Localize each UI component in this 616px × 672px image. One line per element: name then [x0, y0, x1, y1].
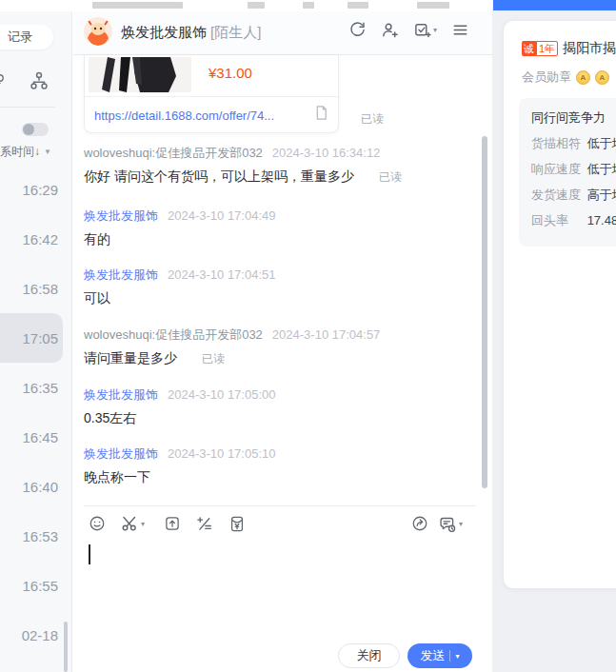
chat-scrollbar[interactable] [482, 136, 487, 488]
screenshot-scissors-icon[interactable]: ▾ [120, 515, 145, 532]
stat-row: 回头率 17.48% [531, 212, 616, 229]
clipped-tab-text [248, 2, 265, 9]
product-price: ¥31.00 [209, 65, 252, 81]
sort-by-contact-time[interactable]: 系时间↓ ▼ [0, 144, 51, 160]
competitiveness-card: 同行间竞争力 货描相符 低于均 响应速度 低于均 发货速度 高于均 回头率 17… [519, 98, 616, 247]
stat-value: 低于均 [587, 136, 616, 150]
emoji-icon[interactable] [89, 515, 106, 532]
sender-name: 焕发批发服饰 [84, 446, 158, 461]
message-time: 2024-3-10 17:05:10 [168, 446, 275, 461]
message-input[interactable] [84, 541, 476, 628]
chat-panel: 焕发批发服饰[陌生人] ▾ [73, 0, 492, 672]
search-text: 记录 [8, 29, 32, 46]
contacts-icon[interactable] [0, 71, 8, 92]
add-contact-icon[interactable] [381, 21, 399, 39]
conversation-item[interactable]: 16:53 [0, 511, 63, 561]
chat-title: 焕发批发服饰[陌生人] [121, 24, 261, 42]
red-envelope-icon[interactable] [229, 515, 246, 533]
read-receipt: 已读 [379, 170, 402, 184]
message-time: 2024-3-10 17:04:51 [168, 267, 275, 282]
message-time: 2024-3-10 17:04:57 [272, 327, 380, 342]
conversation-time: 16:53 [22, 528, 58, 544]
seller-info-panel: 诚 1年 揭阳市揭 会员勋章 A A 同行间竞争力 货描相符 低于均 响应速度 … [492, 0, 616, 672]
stat-label: 发货速度 [531, 187, 583, 204]
conversation-item[interactable]: 16:55 [0, 561, 63, 610]
copy-link-icon[interactable] [314, 105, 328, 121]
create-task-icon[interactable]: ▾ [413, 21, 437, 39]
org-structure-icon[interactable] [29, 70, 50, 91]
menu-icon[interactable] [451, 21, 469, 39]
conversation-item[interactable]: 02-18 [0, 610, 63, 660]
chat-message: woloveshuqi:促佳搜品开发部0322024-3-10 17:04:57… [84, 327, 484, 368]
read-receipt: 已读 [202, 352, 225, 366]
sort-label: 系时间↓ [0, 144, 40, 160]
conversation-item[interactable]: 16:58 [0, 264, 63, 313]
competitiveness-title: 同行间竞争力 [531, 109, 606, 127]
message-text: 你好 请问这个有货吗，可以上架吗，重量多少 [84, 168, 354, 184]
chat-history-icon[interactable]: ▾ [438, 515, 463, 533]
conversation-item[interactable]: 16:45 [0, 412, 63, 462]
chat-message: 焕发批发服饰2024-3-10 17:05:10 晚点称一下 [84, 446, 484, 486]
close-button[interactable]: 关闭 [338, 643, 400, 668]
stat-value: 高于均 [587, 188, 616, 202]
contact-name: 焕发批发服饰 [121, 24, 207, 40]
text-cursor [89, 544, 90, 564]
message-text: 有的 [84, 231, 110, 247]
conversation-list-panel: 记录 系时间↓ ▼ 16:29 16:42 16:58 17:05 [0, 0, 72, 672]
conversation-item[interactable]: 16:42 [0, 214, 63, 264]
chat-message: 焕发批发服饰2024-3-10 17:04:49 有的 [84, 208, 484, 248]
share-forward-icon[interactable] [411, 515, 428, 532]
product-card[interactable]: ¥31.00 https://detail.1688.com/offer/74.… [84, 55, 339, 133]
conversation-time: 16:29 [22, 182, 58, 198]
send-label: 发送 [420, 647, 445, 664]
conversation-item[interactable]: 16:35 [0, 363, 63, 412]
avatar[interactable] [84, 17, 112, 46]
message-text: 晚点称一下 [84, 469, 150, 484]
stat-row: 货描相符 低于均 [531, 135, 616, 152]
product-image [89, 57, 191, 92]
divider [85, 96, 338, 97]
chengxintong-badge: 诚 [522, 41, 536, 56]
caret-down-icon: ▾ [459, 520, 463, 528]
conversation-time: 16:58 [22, 281, 58, 297]
message-time: 2024-3-10 16:34:12 [272, 146, 380, 160]
filter-toggle[interactable] [22, 123, 49, 136]
search-input[interactable]: 记录 [0, 25, 53, 49]
divider [84, 505, 476, 506]
refresh-icon[interactable] [348, 21, 367, 39]
conversation-time: 16:55 [22, 578, 58, 594]
top-strip [0, 0, 72, 11]
message-text: 0.35左右 [84, 410, 136, 425]
product-link[interactable]: https://detail.1688.com/offer/74... [94, 109, 304, 123]
stat-value: 17.48% [587, 213, 616, 227]
list-scrollbar[interactable] [64, 622, 68, 672]
quick-phrases-icon[interactable] [195, 515, 213, 532]
stat-label: 回头率 [531, 212, 583, 229]
send-button[interactable]: 发送 ▾ [407, 643, 472, 668]
upload-image-icon[interactable] [164, 515, 181, 532]
chat-message: 焕发批发服饰2024-3-10 17:05:00 0.35左右 [84, 387, 484, 427]
message-time: 2024-3-10 17:04:49 [168, 208, 275, 223]
app-window: 记录 系时间↓ ▼ 16:29 16:42 16:58 17:05 [0, 0, 616, 672]
divider [449, 650, 450, 662]
input-toolbar: ▾ [84, 515, 476, 536]
conversation-time: 16:35 [22, 380, 58, 396]
caret-down-icon: ▾ [433, 26, 437, 34]
sender-name: 焕发批发服饰 [84, 208, 158, 223]
conversation-item-selected[interactable]: 17:05 [0, 313, 63, 363]
medal-icon: A [576, 70, 590, 85]
divider [0, 107, 55, 108]
close-label: 关闭 [357, 647, 382, 664]
company-name[interactable]: 揭阳市揭 [563, 40, 616, 57]
conversation-time: 02-18 [22, 627, 58, 643]
conversation-item[interactable]: 16:40 [0, 462, 63, 511]
conversation-time: 16:45 [22, 429, 58, 445]
clipped-tab-text [303, 2, 314, 9]
read-receipt: 已读 [361, 111, 384, 128]
top-banner [493, 0, 616, 10]
conversation-item[interactable]: 16:29 [0, 165, 63, 214]
stranger-tag: [陌生人] [210, 24, 261, 40]
clipped-tab-text [417, 2, 449, 9]
chat-message: 焕发批发服饰2024-3-10 17:04:51 可以 [84, 267, 484, 307]
send-options-caret-icon[interactable]: ▾ [455, 652, 459, 661]
